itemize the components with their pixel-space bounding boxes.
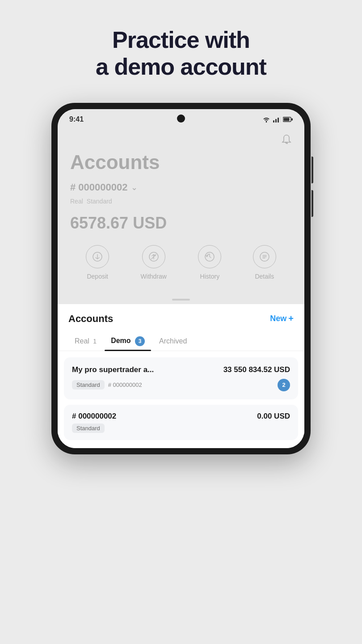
account-item-row2: Standard # 000000002 2 — [72, 379, 290, 391]
tag-real: Real — [70, 198, 83, 205]
accounts-card: Accounts # 000000002 ⌄ Real Standard 657… — [58, 127, 304, 294]
deposit-icon — [86, 245, 109, 268]
item-tag-standard: Standard — [72, 380, 105, 390]
tab-real[interactable]: Real 1 — [68, 333, 103, 350]
bottom-sheet: Accounts New + Real 1 Demo 3 — [58, 304, 304, 448]
tab-demo[interactable]: Demo 3 — [105, 332, 151, 351]
new-button-label: New — [270, 314, 286, 323]
tabs-row: Real 1 Demo 3 Archived — [58, 332, 304, 351]
wifi-icon — [262, 116, 270, 123]
item-number: # 000000002 — [108, 381, 142, 388]
svg-rect-5 — [284, 118, 290, 121]
account-balance: 6578.67 USD — [70, 214, 292, 233]
account-list: My pro supertrader a... 33 550 834.52 US… — [58, 351, 304, 448]
notification-bell-area — [70, 134, 292, 148]
account-item-row1: # 000000002 0.00 USD — [72, 412, 290, 421]
details-button[interactable]: Details — [253, 245, 276, 280]
history-label: History — [200, 273, 220, 280]
svg-rect-0 — [273, 120, 274, 123]
page-container: Practice with a demo account 9:41 — [0, 0, 362, 644]
withdraw-button[interactable]: Withdraw — [141, 245, 167, 280]
account-tags: Real Standard — [70, 198, 292, 205]
history-button[interactable]: History — [198, 245, 221, 280]
account-item-balance-plain: 0.00 USD — [257, 412, 290, 421]
tag-standard: Standard — [87, 198, 112, 205]
new-button[interactable]: New + — [270, 314, 294, 324]
account-number-row: # 000000002 ⌄ — [70, 182, 292, 193]
notification-badge: 2 — [278, 379, 290, 391]
deposit-label: Deposit — [87, 273, 108, 280]
accounts-card-title: Accounts — [70, 151, 292, 174]
drag-handle — [58, 294, 304, 304]
account-item-row1: My pro supertrader a... 33 550 834.52 US… — [72, 365, 290, 374]
tab-demo-badge: 3 — [135, 336, 145, 346]
account-item-balance: 33 550 834.52 USD — [223, 365, 290, 374]
headline-line1: Practice with — [112, 27, 250, 53]
account-item-number-plain: # 000000002 — [72, 412, 116, 421]
camera-notch — [177, 114, 185, 123]
account-item-tags: Standard — [72, 424, 105, 433]
headline-line2: a demo account — [96, 54, 266, 80]
deposit-button[interactable]: Deposit — [86, 245, 109, 280]
account-item-row2: Standard — [72, 424, 290, 433]
phone-frame: 9:41 — [51, 103, 311, 454]
side-button-mid — [311, 190, 313, 217]
account-number: # 000000002 — [70, 182, 127, 193]
withdraw-icon — [142, 245, 165, 268]
action-buttons: Deposit Withdraw — [70, 245, 292, 280]
details-label: Details — [255, 273, 274, 280]
item-tag-standard-2: Standard — [72, 424, 105, 433]
tab-demo-label: Demo — [111, 337, 130, 344]
svg-rect-6 — [291, 118, 293, 120]
table-row[interactable]: My pro supertrader a... 33 550 834.52 US… — [64, 357, 298, 399]
status-icons — [262, 116, 293, 123]
handle-bar — [172, 299, 190, 301]
account-item-tags: Standard # 000000002 — [72, 380, 142, 390]
side-button-top — [311, 157, 313, 183]
account-item-name: My pro supertrader a... — [72, 365, 154, 374]
headline: Practice with a demo account — [96, 27, 266, 80]
tab-real-label: Real — [75, 337, 89, 345]
tab-archived-label: Archived — [159, 337, 187, 345]
new-plus-icon: + — [288, 314, 294, 324]
history-icon — [198, 245, 221, 268]
svg-rect-1 — [275, 119, 277, 123]
status-bar: 9:41 — [58, 109, 304, 127]
tab-archived[interactable]: Archived — [153, 333, 193, 350]
withdraw-label: Withdraw — [141, 273, 167, 280]
details-icon — [253, 245, 276, 268]
bottom-sheet-title: Accounts — [68, 313, 113, 325]
phone-screen: 9:41 — [58, 109, 304, 448]
tab-real-count: 1 — [93, 338, 97, 345]
signal-icon — [273, 116, 281, 123]
battery-icon — [283, 117, 293, 122]
bottom-header: Accounts New + — [58, 304, 304, 332]
svg-rect-3 — [280, 116, 281, 123]
table-row[interactable]: # 000000002 0.00 USD Standard — [64, 405, 298, 440]
bell-icon[interactable] — [281, 134, 292, 148]
svg-rect-2 — [278, 118, 279, 123]
chevron-down-icon[interactable]: ⌄ — [131, 182, 138, 192]
status-time: 9:41 — [69, 115, 84, 123]
